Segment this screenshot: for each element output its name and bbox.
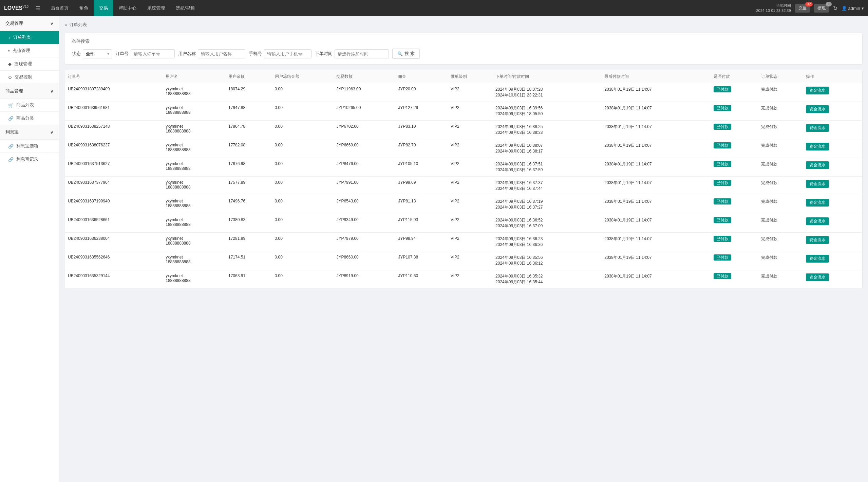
table-row: UB2409031637513627 yxymknet18888888888 1… [65,158,862,177]
cell-username: yxymknet18888888888 [163,233,226,251]
cell-commission: JYP99.09 [395,177,448,195]
col-action: 操作 [803,70,862,83]
flow-button[interactable]: 资金流水 [806,161,829,169]
sidebar-item-product-category-label: 商品分类 [16,115,34,121]
sidebar-item-product-list[interactable]: 🛒 商品列表 [0,99,59,112]
cell-level: VIP2 [448,121,493,139]
cell-action[interactable]: 资金流水 [803,102,862,121]
cell-trade-amount: JYP11963.00 [334,83,395,102]
cell-last-pay-time: 2038年01月19日 11:14:07 [602,214,711,233]
sidebar-item-orders[interactable]: ↕ 订单列表 [0,31,59,44]
chevron-icon-2: ∨ [50,89,54,94]
nav-item-help[interactable]: 帮助中心 [113,0,142,16]
cell-username: yxymknet18888888888 [163,270,226,289]
chevron-icon-3: ∨ [50,130,54,135]
flow-button[interactable]: 资金流水 [806,255,829,263]
sidebar-item-recharge[interactable]: ▪ 充值管理 [0,44,59,57]
cell-is-paid: 已付款 [711,214,759,233]
search-button[interactable]: 🔍 搜 索 [392,49,420,59]
flow-button[interactable]: 资金流水 [806,180,829,188]
sidebar-item-product-category[interactable]: 🔗 商品分类 [0,112,59,125]
sidebar-group-interest[interactable]: 利息宝 ∨ [0,125,59,140]
order-time-input[interactable] [335,49,389,58]
nav-item-trade[interactable]: 交易 [94,0,113,16]
cell-action[interactable]: 资金流水 [803,158,862,177]
admin-label: admin [848,6,860,11]
sidebar-item-withdraw[interactable]: ◆ 提现管理 [0,57,59,71]
sidebar-item-interest-records[interactable]: 🔗 利息宝记录 [0,153,59,166]
cell-frozen: 0.00 [272,251,334,270]
flow-button[interactable]: 资金流水 [806,124,829,132]
search-icon: 🔍 [397,51,403,56]
category-icon: 🔗 [8,116,14,121]
current-time: 当地时间 2024-10-01 23:32:39 [756,3,791,14]
control-icon: ⊙ [8,75,12,80]
cell-is-paid: 已付款 [711,177,759,195]
withdraw-button[interactable]: 提现 0 [814,4,829,13]
cell-action[interactable]: 资金流水 [803,121,862,139]
cell-trade-amount: JYP10265.00 [334,102,395,121]
cell-action[interactable]: 资金流水 [803,195,862,214]
status-label: 状态 [72,51,81,57]
sidebar-item-interest-options[interactable]: 🔗 利息宝选项 [0,140,59,153]
cell-last-pay-time: 2038年01月19日 11:14:07 [602,195,711,214]
table-row: UB2409031638257148 yxymknet18888888888 1… [65,121,862,139]
cell-action[interactable]: 资金流水 [803,270,862,289]
status-select[interactable]: 全部 已付款 未付款 完成付款 [83,49,112,58]
menu-toggle-icon[interactable]: ☰ [35,5,40,12]
cell-status: 完成付款 [758,214,803,233]
flow-button[interactable]: 资金流水 [806,217,829,225]
cell-action[interactable]: 资金流水 [803,177,862,195]
flow-button[interactable]: 资金流水 [806,273,829,281]
nav-item-system[interactable]: 系统管理 [142,0,170,16]
sidebar-group-product[interactable]: 商品管理 ∨ [0,84,59,99]
cell-username: yxymknet18888888888 [163,121,226,139]
navbar-right: 当地时间 2024-10-01 23:32:39 充值 32 提现 0 ↻ 👤 … [756,3,864,14]
cell-last-pay-time: 2038年01月19日 11:14:07 [602,139,711,158]
flow-button[interactable]: 资金流水 [806,87,829,94]
breadcrumb: » 订单列表 [65,22,863,28]
col-level: 做单级别 [448,70,493,83]
nav-item-video[interactable]: 选妃/视频 [170,0,200,16]
cell-trade-amount: JYP7991.00 [334,177,395,195]
flow-button[interactable]: 资金流水 [806,236,829,244]
cell-order-time: 2024年09月03日 16:37:372024年09月03日 16:37:44 [493,177,602,195]
cell-action[interactable]: 资金流水 [803,251,862,270]
nav-item-role[interactable]: 角色 [74,0,94,16]
sidebar-group-interest-label: 利息宝 [5,129,19,135]
sidebar-item-trade-control[interactable]: ⊙ 交易控制 [0,71,59,84]
flow-button[interactable]: 资金流水 [806,143,829,150]
table-row: UB2409031637199940 yxymknet18888888888 1… [65,195,862,214]
admin-menu[interactable]: 👤 admin ▾ [842,6,864,11]
cell-balance: 17174.51 [226,251,272,270]
interest-opt-icon: 🔗 [8,144,14,149]
cell-action[interactable]: 资金流水 [803,83,862,102]
cell-frozen: 0.00 [272,121,334,139]
refresh-icon[interactable]: ↻ [833,5,837,12]
recharge-button[interactable]: 充值 32 [795,4,810,13]
withdraw-badge: 0 [826,2,832,6]
cell-is-paid: 已付款 [711,195,759,214]
username-input[interactable] [198,49,245,58]
sidebar-group-product-label: 商品管理 [5,88,23,94]
order-no-input[interactable] [131,49,175,58]
phone-input[interactable] [264,49,312,58]
nav-item-home[interactable]: 后台首页 [45,0,74,16]
cell-is-paid: 已付款 [711,270,759,289]
table-header-row: 订单号 用户名 用户余额 用户冻结金额 交易数额 佣金 做单级别 下单时间/付款… [65,70,862,83]
cell-level: VIP2 [448,139,493,158]
cell-username: yxymknet18888888888 [163,102,226,121]
cell-commission: JYP110.60 [395,270,448,289]
cell-order-time: 2024年09月03日 16:38:252024年09月03日 16:38:33 [493,121,602,139]
cell-is-paid: 已付款 [711,121,759,139]
cell-action[interactable]: 资金流水 [803,139,862,158]
cell-username: yxymknet18888888888 [163,139,226,158]
flow-button[interactable]: 资金流水 [806,105,829,113]
flow-button[interactable]: 资金流水 [806,199,829,207]
cell-action[interactable]: 资金流水 [803,233,862,251]
cell-balance: 17864.78 [226,121,272,139]
cell-action[interactable]: 资金流水 [803,214,862,233]
cell-username: yxymknet18888888888 [163,158,226,177]
sidebar: 交易管理 ∨ ↕ 订单列表 ▪ 充值管理 ◆ 提现管理 ⊙ 交易控制 商品管理 … [0,16,59,482]
sidebar-group-trade[interactable]: 交易管理 ∨ [0,16,59,31]
